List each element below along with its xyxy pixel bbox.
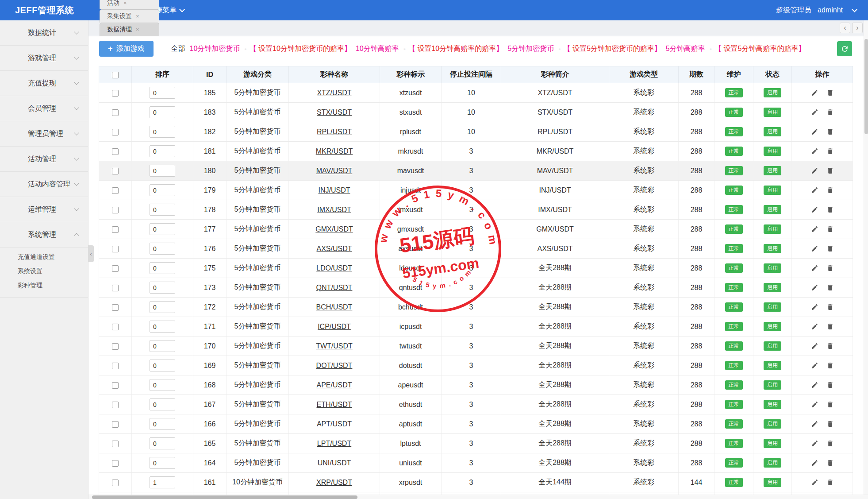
sort-input[interactable] [150, 282, 175, 294]
sort-input[interactable] [150, 340, 175, 352]
delete-icon[interactable] [826, 420, 834, 428]
sort-input[interactable] [150, 360, 175, 371]
game-name-link[interactable]: ETH/USDT [317, 401, 352, 408]
delete-icon[interactable] [826, 108, 834, 116]
status-badge[interactable]: 启用 [764, 244, 781, 253]
add-game-button[interactable]: + 添加游戏 [99, 41, 154, 57]
user-menu[interactable]: 超级管理员 adminht [776, 6, 856, 15]
delete-icon[interactable] [826, 362, 834, 369]
sidebar-subitem-充值通道设置[interactable]: 充值通道设置 [0, 250, 88, 264]
sidebar-item-系统管理[interactable]: 系统管理 [0, 222, 88, 248]
row-checkbox[interactable] [112, 207, 119, 213]
status-badge[interactable]: 启用 [764, 322, 781, 331]
edit-icon[interactable] [811, 420, 818, 428]
status-badge[interactable]: 启用 [764, 147, 781, 155]
row-checkbox[interactable] [112, 168, 119, 174]
vertical-scroll-thumb[interactable] [864, 39, 868, 134]
sort-input[interactable] [150, 204, 175, 216]
maintain-badge[interactable]: 正常 [725, 88, 743, 97]
game-name-link[interactable]: ICP/USDT [318, 323, 351, 330]
edit-icon[interactable] [811, 440, 818, 447]
maintain-badge[interactable]: 正常 [725, 244, 743, 253]
row-checkbox[interactable] [112, 109, 119, 116]
status-badge[interactable]: 启用 [764, 341, 781, 350]
status-badge[interactable]: 启用 [764, 263, 781, 272]
maintain-badge[interactable]: 正常 [725, 302, 743, 311]
row-checkbox[interactable] [112, 226, 119, 233]
filter-all-link[interactable]: 全部 [171, 44, 185, 54]
edit-icon[interactable] [811, 245, 818, 252]
tab-活动[interactable]: 活动× [100, 0, 159, 9]
game-name-link[interactable]: XRP/USDT [316, 479, 352, 486]
filter-odds-setting-link[interactable]: 【 设置10分钟高赔率的赔率】 [408, 44, 503, 54]
edit-icon[interactable] [811, 128, 818, 135]
filter-category-link[interactable]: 5分钟加密货币 [507, 44, 554, 54]
delete-icon[interactable] [826, 206, 834, 213]
maintain-badge[interactable]: 正常 [725, 166, 743, 175]
row-checkbox[interactable] [112, 148, 119, 155]
status-badge[interactable]: 启用 [764, 478, 781, 487]
sidebar-item-活动内容管理[interactable]: 活动内容管理 [0, 172, 88, 197]
edit-icon[interactable] [811, 108, 818, 116]
maintain-badge[interactable]: 正常 [725, 478, 743, 487]
select-all-checkbox[interactable] [112, 72, 119, 78]
sort-input[interactable] [150, 145, 175, 157]
row-checkbox[interactable] [112, 129, 119, 135]
row-checkbox[interactable] [112, 382, 119, 389]
delete-icon[interactable] [826, 401, 834, 408]
edit-icon[interactable] [811, 342, 818, 350]
maintain-badge[interactable]: 正常 [725, 380, 743, 389]
delete-icon[interactable] [826, 459, 834, 467]
game-name-link[interactable]: GMX/USDT [315, 225, 353, 233]
sort-input[interactable] [150, 184, 175, 196]
delete-icon[interactable] [826, 323, 834, 330]
game-name-link[interactable]: AXS/USDT [316, 245, 352, 252]
status-badge[interactable]: 启用 [764, 458, 781, 467]
status-badge[interactable]: 启用 [764, 302, 781, 311]
game-name-link[interactable]: INJ/USDT [319, 186, 350, 194]
tab-close-icon[interactable]: × [136, 13, 139, 19]
edit-icon[interactable] [811, 459, 818, 467]
sort-input[interactable] [150, 457, 175, 469]
game-name-link[interactable]: MKR/USDT [316, 147, 353, 155]
row-checkbox[interactable] [112, 480, 119, 486]
delete-icon[interactable] [826, 284, 834, 291]
row-checkbox[interactable] [112, 324, 119, 330]
maintain-badge[interactable]: 正常 [725, 186, 743, 194]
sidebar-subitem-系统设置[interactable]: 系统设置 [0, 264, 88, 279]
game-name-link[interactable]: APT/USDT [317, 420, 352, 428]
maintain-badge[interactable]: 正常 [725, 419, 743, 428]
row-checkbox[interactable] [112, 265, 119, 272]
edit-icon[interactable] [811, 303, 818, 311]
filter-odds-setting-link[interactable]: 【 设置10分钟加密货币的赔率】 [250, 44, 351, 54]
filter-category-link[interactable]: 5分钟高赔率 [666, 44, 705, 54]
edit-icon[interactable] [811, 323, 818, 330]
sidebar-subitem-彩种管理[interactable]: 彩种管理 [0, 279, 88, 293]
delete-icon[interactable] [826, 479, 834, 486]
game-name-link[interactable]: UNI/USDT [318, 459, 351, 467]
delete-icon[interactable] [826, 167, 834, 174]
status-badge[interactable]: 启用 [764, 439, 781, 448]
edit-icon[interactable] [811, 147, 818, 155]
sort-input[interactable] [150, 301, 175, 313]
maintain-badge[interactable]: 正常 [725, 205, 743, 214]
delete-icon[interactable] [826, 440, 834, 447]
game-name-link[interactable]: IMX/USDT [317, 206, 351, 213]
row-checkbox[interactable] [112, 304, 119, 311]
filter-odds-setting-link[interactable]: 【 设置5分钟高赔率的赔率】 [714, 44, 805, 54]
sort-input[interactable] [150, 398, 175, 410]
sort-input[interactable] [150, 437, 175, 449]
vertical-scrollbar[interactable] [864, 20, 868, 495]
tab-数据清理[interactable]: 数据清理× [100, 23, 159, 36]
row-checkbox[interactable] [112, 90, 119, 97]
game-name-link[interactable]: RPL/USDT [317, 128, 352, 135]
horizontal-scrollbar[interactable] [88, 495, 868, 499]
status-badge[interactable]: 启用 [764, 108, 781, 116]
maintain-badge[interactable]: 正常 [725, 108, 743, 116]
game-name-link[interactable]: LDO/USDT [316, 264, 352, 272]
game-name-link[interactable]: DOT/USDT [316, 362, 353, 369]
delete-icon[interactable] [826, 89, 834, 97]
status-badge[interactable]: 启用 [764, 400, 781, 409]
sort-input[interactable] [150, 87, 175, 99]
sort-input[interactable] [150, 262, 175, 274]
